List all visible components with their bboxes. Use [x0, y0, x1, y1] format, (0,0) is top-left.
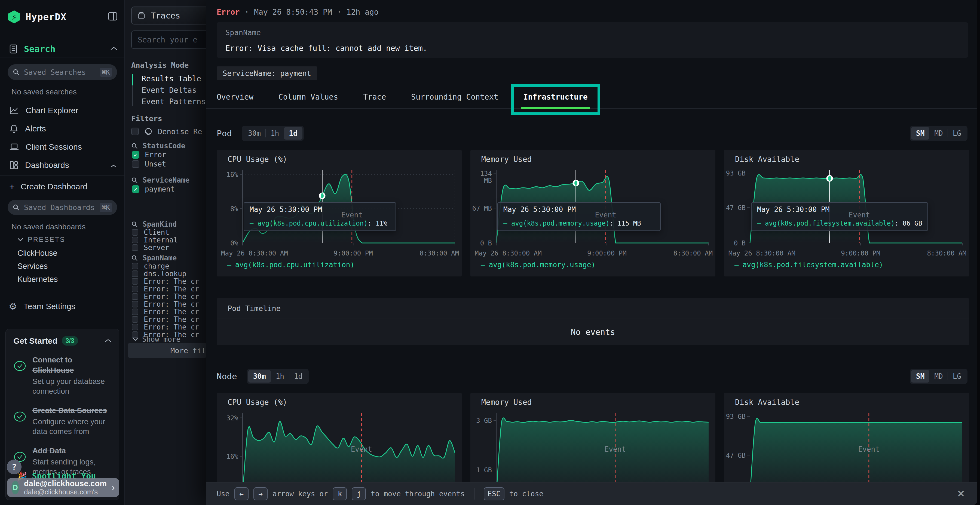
- sidebar-item-dashboards[interactable]: Dashboards: [0, 156, 124, 174]
- sidebar-item-chart-explorer[interactable]: Chart Explorer: [0, 101, 124, 119]
- close-drawer-button[interactable]: ✕: [956, 488, 966, 499]
- sidebar-preset-item[interactable]: ClickHouse: [18, 246, 58, 260]
- user-menu[interactable]: D dale@clickhouse.com dale@clickhouse.co…: [7, 478, 119, 497]
- search-icon: [131, 177, 138, 183]
- tab-column-values[interactable]: Column Values: [278, 93, 338, 102]
- filter-checkbox-row[interactable]: Error: The cr: [131, 308, 206, 316]
- svg-text:8%: 8%: [230, 205, 238, 213]
- gear-icon: ⚙: [9, 301, 17, 312]
- chevron-up-icon[interactable]: [105, 338, 111, 343]
- filter-checkbox-row[interactable]: dns.lookup: [131, 270, 206, 278]
- node-size-lg[interactable]: LG: [948, 370, 966, 383]
- svg-text:0 B: 0 B: [734, 240, 746, 247]
- more-filters-button[interactable]: More fil: [128, 343, 206, 358]
- kbd-cmd-k: ⌘K: [100, 203, 112, 212]
- saved-searches-input[interactable]: [24, 68, 95, 76]
- tab-overview[interactable]: Overview: [217, 93, 253, 102]
- saved-searches-input-wrap[interactable]: ⌘K: [8, 64, 117, 80]
- node-size-sm[interactable]: SM: [911, 370, 929, 383]
- filter-checkbox-row[interactable]: Error: [131, 150, 206, 159]
- filter-checkbox-row[interactable]: Error: The cr: [131, 278, 206, 285]
- pod-range-1h[interactable]: 1h: [266, 127, 284, 140]
- chevron-up-icon[interactable]: [110, 160, 117, 170]
- sidebar-preset-item[interactable]: Kubernetes: [18, 273, 58, 286]
- svg-text:1 GB: 1 GB: [476, 466, 492, 474]
- pod-range-1d[interactable]: 1d: [284, 127, 302, 140]
- node-size-md[interactable]: MD: [929, 370, 948, 383]
- help-button[interactable]: ?: [7, 460, 22, 474]
- tab-trace[interactable]: Trace: [363, 93, 386, 102]
- svg-text:MB: MB: [484, 177, 492, 184]
- filter-checkbox-row[interactable]: Error: The cr: [131, 285, 206, 293]
- event-marker-label: Event: [351, 445, 372, 453]
- filter-checkbox-row[interactable]: payment: [131, 184, 206, 194]
- service-name-chip[interactable]: ServiceName: payment: [217, 67, 317, 80]
- denoise-checkbox[interactable]: [131, 128, 139, 135]
- presets-toggle[interactable]: PRESETS: [18, 236, 65, 243]
- footer-divider: [474, 488, 474, 500]
- user-name: dale@clickhouse.com: [24, 479, 107, 488]
- node-range-1d[interactable]: 1d: [289, 370, 307, 383]
- create-dashboard-button[interactable]: + Create Dashboard: [9, 179, 88, 194]
- pod-size-sm[interactable]: SM: [911, 127, 929, 140]
- chevron-up-icon[interactable]: [110, 46, 117, 52]
- event-search-wrap[interactable]: [131, 30, 206, 49]
- filter-checkbox-row[interactable]: Error: The cr: [131, 300, 206, 308]
- filter-checkbox-row[interactable]: Error: The cr: [131, 293, 206, 300]
- filter-checkbox-row[interactable]: charge: [131, 262, 206, 270]
- analysis-mode-event-patterns[interactable]: Event Patterns: [132, 96, 206, 107]
- saved-dashboards-input[interactable]: [24, 203, 95, 212]
- sidebar-preset-item[interactable]: Services: [18, 260, 58, 273]
- tooltip-time: May 26 5:30:00 PM: [244, 203, 396, 216]
- source-select[interactable]: Traces: [131, 6, 206, 24]
- sidebar-item-alerts[interactable]: Alerts: [0, 119, 124, 138]
- analysis-mode-results-table[interactable]: Results Table: [132, 73, 206, 84]
- node-range-1h[interactable]: 1h: [271, 370, 289, 383]
- tab-surrounding-context[interactable]: Surrounding Context: [411, 93, 498, 102]
- chevron-right-icon: ›: [111, 482, 115, 493]
- active-tab-underline: [521, 106, 590, 109]
- get-started-item[interactable]: Create Data Sources Configure where your…: [13, 405, 111, 437]
- pod-size-md[interactable]: MD: [929, 127, 948, 140]
- traces-source-icon: [137, 11, 145, 20]
- filter-group-statuscode: StatusCode ErrorUnset: [131, 141, 206, 169]
- pod-cpu-chart-card: CPU Usage (%) 16%8%0%EventMay 26 5:30:00…: [217, 150, 462, 276]
- event-search-input[interactable]: [138, 35, 206, 44]
- filter-checkbox-row[interactable]: Internal: [131, 236, 206, 244]
- pod-memory-chart[interactable]: 134MB67 MB0 BEventMay 26 5:30:00 PM— avg…: [470, 166, 715, 270]
- pod-section-title: Pod: [217, 129, 232, 138]
- saved-dashboards-input-wrap[interactable]: ⌘K: [8, 200, 117, 215]
- tab-infrastructure[interactable]: Infrastructure: [523, 93, 588, 102]
- svg-text:93 GB: 93 GB: [726, 413, 746, 420]
- presets-list: ClickHouseServicesKubernetes: [18, 246, 58, 286]
- filter-checkbox-row[interactable]: Error: The cr: [131, 323, 206, 331]
- search-icon: [131, 143, 138, 149]
- node-section-header: Node 30m 1h 1d SM MD LG: [206, 368, 977, 385]
- pod-timeline-empty-state: No events: [217, 319, 969, 345]
- chart-tooltip: May 26 5:30:00 PM— avg(k8s.pod.cpu.utili…: [243, 202, 396, 231]
- sidebar-item-team-settings[interactable]: ⚙ Team Settings: [9, 298, 75, 314]
- filter-checkbox-row[interactable]: Server: [131, 244, 206, 251]
- pod-cpu-chart[interactable]: 16%8%0%EventMay 26 5:30:00 PM— avg(k8s.p…: [217, 166, 462, 270]
- pod-disk-chart[interactable]: 93 GB47 GB0 BEventMay 26 5:30:00 PM— avg…: [724, 166, 969, 270]
- analysis-mode-event-deltas[interactable]: Event Deltas: [132, 84, 206, 96]
- chevron-down-icon: [132, 337, 138, 341]
- sidebar-item-search[interactable]: Search: [9, 41, 117, 57]
- svg-text:16%: 16%: [226, 453, 239, 461]
- svg-text:47 GB: 47 GB: [726, 452, 746, 459]
- show-more-toggle[interactable]: Show more: [132, 335, 180, 343]
- filter-checkbox-row[interactable]: Client: [131, 229, 206, 236]
- filter-checkbox-row[interactable]: Unset: [131, 159, 206, 169]
- node-range-30m[interactable]: 30m: [248, 370, 271, 383]
- denoise-checkbox-row[interactable]: Denoise Re: [131, 127, 202, 136]
- filter-checkbox-row[interactable]: Error: The cr: [131, 316, 206, 323]
- brand-title: HyperDX: [25, 11, 67, 22]
- get-started-item[interactable]: Connect to ClickHouse Set up your databa…: [13, 355, 111, 396]
- pod-range-30m[interactable]: 30m: [243, 127, 266, 140]
- no-saved-dashboards-text: No saved dashboards: [11, 222, 86, 231]
- pod-size-lg[interactable]: LG: [948, 127, 966, 140]
- laptop-icon: [9, 143, 19, 151]
- collapse-sidebar-icon[interactable]: [108, 11, 118, 22]
- sidebar-item-client-sessions[interactable]: Client Sessions: [0, 138, 124, 156]
- chart-legend: —avg(k8s.pod.memory.usage): [470, 259, 715, 270]
